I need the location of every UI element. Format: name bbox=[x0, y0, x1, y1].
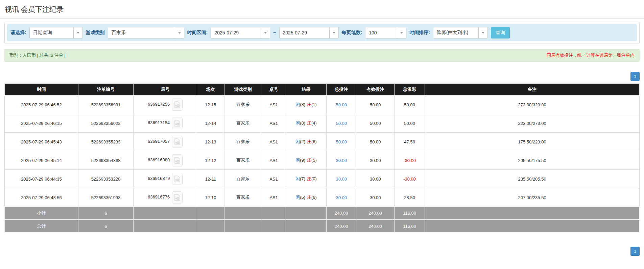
cell-remark: 223.00/273.00 bbox=[425, 114, 640, 133]
cell-session: 12-14 bbox=[197, 114, 224, 133]
cell-remark: 235.50/205.50 bbox=[425, 170, 640, 188]
result-banker: 庄 bbox=[307, 158, 311, 163]
result-player-score: (9) bbox=[300, 158, 305, 163]
film-file-icon bbox=[174, 120, 180, 127]
cell-round-id: 636917256 bbox=[134, 96, 197, 114]
query-type-select[interactable]: 日期查询 bbox=[29, 27, 83, 38]
video-replay-button[interactable] bbox=[172, 191, 183, 204]
video-replay-button[interactable] bbox=[172, 117, 183, 129]
video-replay-button[interactable] bbox=[172, 173, 183, 185]
col-game: 游戏类别 bbox=[224, 84, 262, 96]
col-valid-bet: 有效投注 bbox=[356, 84, 395, 96]
cell-payout: 28.50 bbox=[395, 188, 425, 207]
currency-summary-text: 币别：人民币 | 总共 :6 注单 | bbox=[9, 52, 66, 58]
result-player: 闲 bbox=[295, 102, 300, 107]
per-page-value: 100 bbox=[365, 30, 380, 35]
cell-table-no: AS1 bbox=[262, 96, 286, 114]
total-label: 总计 bbox=[5, 220, 78, 233]
chevron-down-icon[interactable] bbox=[175, 27, 184, 38]
col-remark: 备注 bbox=[425, 84, 640, 96]
subtotal-payout: 116.00 bbox=[395, 207, 425, 220]
total-count: 6 bbox=[78, 220, 133, 233]
time-sort-select[interactable]: 降冪(由大到小) bbox=[433, 27, 488, 38]
table-row: 2025-07-29 06:46:15 522693356022 6369171… bbox=[5, 114, 640, 133]
per-page-select[interactable]: 100 bbox=[365, 27, 406, 38]
cell-remark: 207.00/235.50 bbox=[425, 188, 640, 207]
chevron-down-icon[interactable] bbox=[261, 27, 270, 38]
cell-session: 12-10 bbox=[197, 188, 224, 207]
col-time: 时间 bbox=[5, 84, 78, 96]
video-replay-button[interactable] bbox=[172, 136, 183, 148]
page: 视讯 会员下注纪录 请选择: 日期查询 游戏类别 百家乐 时间区间: 2025-… bbox=[0, 0, 644, 269]
cell-remark: 205.50/175.50 bbox=[425, 151, 640, 170]
cell-remark: 273.00/323.00 bbox=[425, 96, 640, 114]
cell-round-id: 636916776 bbox=[134, 188, 197, 207]
search-button[interactable]: 查询 bbox=[491, 27, 510, 38]
page-1-button[interactable]: 1 bbox=[630, 72, 640, 81]
result-player: 闲 bbox=[295, 176, 300, 181]
chevron-down-icon[interactable] bbox=[73, 27, 82, 38]
game-category-select[interactable]: 百家乐 bbox=[108, 27, 184, 38]
cell-result: 闲(7)庄(0) bbox=[286, 170, 326, 188]
cell-round-id: 636916980 bbox=[134, 151, 197, 170]
date-to-select[interactable]: 2025-07-29 bbox=[279, 27, 339, 38]
result-player-score: (8) bbox=[300, 102, 305, 107]
result-banker: 庄 bbox=[307, 120, 311, 126]
round-number: 636917256 bbox=[148, 102, 170, 107]
subtotal-row: 小计 6 240.00 240.00 116.00 bbox=[5, 207, 640, 220]
pagination-top: 1 bbox=[4, 72, 640, 81]
result-player-score: (2) bbox=[300, 139, 305, 144]
film-file-icon bbox=[174, 194, 180, 201]
result-banker-score: (6) bbox=[311, 195, 317, 200]
round-number: 636916879 bbox=[148, 176, 170, 181]
cell-valid-bet: 50.00 bbox=[356, 96, 395, 114]
cell-payout: 50.00 bbox=[395, 114, 425, 133]
result-player: 闲 bbox=[295, 139, 300, 144]
cell-time: 2025-07-29 06:46:15 bbox=[5, 114, 78, 133]
result-player: 闲 bbox=[295, 195, 300, 200]
table-row: 2025-07-29 06:45:14 522693354368 6369169… bbox=[5, 151, 640, 170]
cell-game: 百家乐 bbox=[224, 170, 262, 188]
per-page-label: 每页笔数: bbox=[342, 30, 362, 36]
cell-bet-id: 522693356022 bbox=[78, 114, 133, 133]
game-category-label: 游戏类别 bbox=[86, 30, 105, 36]
summary-bar: 币别：人民币 | 总共 :6 注单 | 同局有效投注，统一计算在该局第一张注单内 bbox=[4, 49, 640, 62]
cell-payout: -30.00 bbox=[395, 170, 425, 188]
result-banker-score: (1) bbox=[311, 102, 317, 107]
cell-valid-bet: 30.00 bbox=[356, 151, 395, 170]
total-valid-bet: 240.00 bbox=[356, 220, 395, 233]
chevron-down-icon[interactable] bbox=[397, 27, 406, 38]
content: 请选择: 日期查询 游戏类别 百家乐 时间区间: 2025-07-29 ~ bbox=[0, 22, 644, 263]
video-replay-button[interactable] bbox=[172, 154, 183, 166]
cell-valid-bet: 50.00 bbox=[356, 133, 395, 151]
cell-total-bet[interactable]: 30.00 bbox=[327, 188, 356, 207]
pagination-bottom: 1 bbox=[4, 247, 640, 263]
cell-table-no: AS1 bbox=[262, 151, 286, 170]
video-replay-button[interactable] bbox=[172, 99, 183, 111]
result-banker: 庄 bbox=[307, 195, 311, 200]
cell-total-bet[interactable]: 50.00 bbox=[327, 114, 356, 133]
cell-total-bet[interactable]: 30.00 bbox=[327, 151, 356, 170]
cell-round-id: 636917154 bbox=[134, 114, 197, 133]
date-from-select[interactable]: 2025-07-29 bbox=[211, 27, 270, 38]
col-result: 结果 bbox=[286, 84, 326, 96]
cell-table-no: AS1 bbox=[262, 188, 286, 207]
cell-total-bet[interactable]: 50.00 bbox=[327, 133, 356, 151]
result-banker-score: (4) bbox=[311, 120, 317, 126]
film-file-icon bbox=[174, 157, 180, 164]
result-banker-score: (5) bbox=[311, 158, 317, 163]
cell-total-bet[interactable]: 30.00 bbox=[327, 170, 356, 188]
subtotal-count: 6 bbox=[78, 207, 133, 220]
page-1-button[interactable]: 1 bbox=[630, 247, 640, 256]
round-number: 636917154 bbox=[148, 120, 170, 125]
chevron-down-icon[interactable] bbox=[478, 27, 487, 38]
subtotal-total-bet: 240.00 bbox=[327, 207, 356, 220]
cell-payout: -30.00 bbox=[395, 151, 425, 170]
film-file-icon bbox=[174, 176, 180, 182]
date-from-value: 2025-07-29 bbox=[211, 30, 242, 35]
cell-result: 闲(5)庄(6) bbox=[286, 188, 326, 207]
valid-bet-note-text: 同局有效投注，统一计算在该局第一张注单内 bbox=[547, 52, 635, 58]
cell-total-bet[interactable]: 50.00 bbox=[327, 96, 356, 114]
chevron-down-icon[interactable] bbox=[329, 27, 338, 38]
cell-table-no: AS1 bbox=[262, 114, 286, 133]
